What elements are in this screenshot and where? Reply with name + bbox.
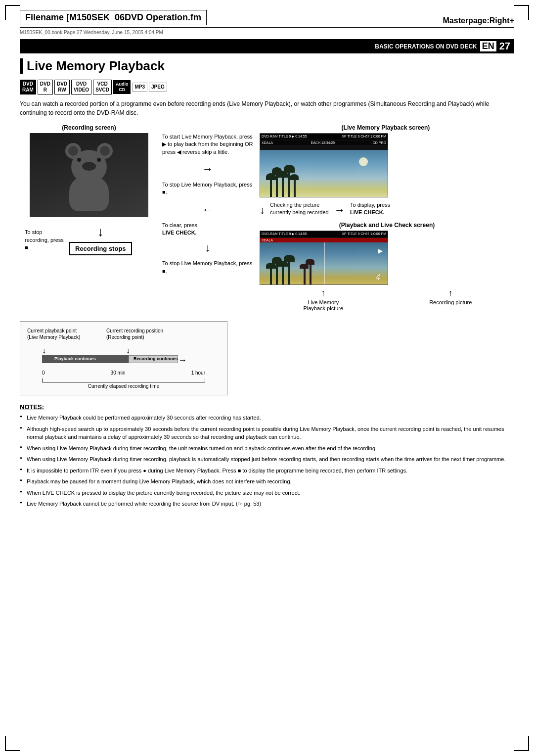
badge-mp3: MP3 [132, 83, 147, 92]
clear-instruction: To clear, press LIVE CHECK. [162, 222, 253, 237]
playback-live-check-screen: DVD-RAM TITLE 9 ▶ 0:14:55 XP TITLE 9 CH6… [260, 231, 388, 285]
playback-hud2: XDALA [260, 238, 388, 242]
live-memory-picture-label: Live Memory Playback picture [296, 299, 351, 311]
subheader-text: M150SEK_00.book Page 27 Wednesday, June … [20, 30, 514, 35]
recording-screen-col: To stop recording, press ■. ↓ Recording … [20, 133, 158, 255]
stop-playback-instruction: To stop Live Memory Playback, press ■. [162, 181, 253, 196]
right-screens-col: DVD-RAM TITLE 9 ▶ 0:14:55 XP TITLE 9 CH6… [257, 133, 514, 311]
playback-tree-silhouettes [270, 260, 312, 284]
en-page-number: EN [480, 41, 496, 51]
live-memory-screen-label: (Live Memory Playback screen) [257, 124, 514, 131]
checking-picture-text: Checking the picture currently being rec… [270, 201, 329, 217]
stop-live-memory-instruction: To stop Live Memory Playback, press ■. [162, 260, 253, 275]
arrow-down-mid: ↓ [162, 240, 253, 256]
display-live-check: To display, press LIVE CHECK. [350, 201, 390, 217]
badge-dvd-video: DVDVIDEO [71, 80, 91, 94]
corner-mark-bl [5, 736, 20, 751]
masterpage-label: Masterpage:Right+ [443, 16, 514, 25]
recording-picture-label: Recording picture [423, 299, 478, 305]
picture-labels-row: ↑ Live Memory Playback picture ↑ Recordi… [260, 288, 514, 311]
arrow-down-recording: ↓ [126, 346, 130, 355]
page-container: Filename [M150SEK_06DVD Operation.fm Mas… [0, 0, 534, 756]
live-check-label-1: LIVE CHECK. [162, 230, 197, 236]
playback-live-check-label: (Playback and Live Check screen) [260, 222, 514, 229]
diagram-container: (Recording screen) (Live Memory Playback… [20, 124, 514, 311]
bracket-label: Currently elapsed recording time [42, 383, 205, 389]
arrow-right-recording: → [178, 355, 187, 366]
arrow-right-check: → [334, 201, 345, 217]
playback-continues: Playback continues [54, 356, 96, 361]
check-picture-row: ↓ Checking the picture currently being r… [260, 201, 514, 217]
timeline-and-notes-top: Current playback point (Live Memory Play… [20, 321, 514, 395]
arrow-right-1: → [162, 162, 253, 177]
corner-mark-tr [514, 5, 529, 20]
page-title-bar: Live Memory Playback [20, 58, 514, 74]
note-item-8: Live Memory Playback cannot be performed… [20, 500, 514, 508]
note-item-5: It is impossible to perform ITR even if … [20, 467, 514, 475]
timeline-section: Current playback point (Live Memory Play… [20, 321, 227, 395]
basic-ops-text: BASIC OPERATIONS ON DVD DECK [375, 43, 477, 50]
playback-hud: DVD-RAM TITLE 9 ▶ 0:14:55 XP TITLE 9 CH6… [260, 231, 388, 237]
format-badges: DVDRAM DVDR DVDRW DVDVIDEO VCDSVCD Audio… [20, 80, 514, 94]
instructions-col: To start Live Memory Playback, press ▶ t… [158, 133, 257, 277]
badge-vcd-svcd: VCDSVCD [93, 80, 112, 94]
badge-jpeg: JPEG [149, 83, 167, 92]
note-item-3: When using Live Memory Playback during t… [20, 444, 514, 453]
arrow-down-playback: ↓ [42, 346, 46, 355]
note-item-7: When LIVE CHECK is pressed to display th… [20, 489, 514, 497]
badge-dvd-rw: DVDRW [54, 80, 70, 94]
note-item-6: Playback may be paused for a moment duri… [20, 477, 514, 486]
timeline-bar: ↓ ↓ Playback continues Recording continu… [27, 346, 220, 371]
label-recording-start: Current recording position (Recording po… [106, 328, 163, 340]
tree-silhouettes [270, 170, 296, 197]
live-memory-hud: DVD-RAM TITLE 9 ▶ 0:14:55 XP TITLE 9 CH6… [260, 134, 388, 140]
badge-audio-cd: AudioCD [113, 80, 131, 94]
note-item-2: Although high-speed search up to approxi… [20, 425, 514, 441]
page-title: Live Memory Playback [27, 58, 165, 74]
stop-recording-instruction: To stop recording, press ■. [25, 229, 64, 251]
basic-ops-bar: BASIC OPERATIONS ON DVD DECK EN 27 [20, 39, 514, 53]
recording-continues: Recording continues [134, 356, 178, 361]
corner-mark-tl [5, 5, 20, 20]
arrow-down-recording: ↓ [97, 225, 104, 238]
live-memory-scene [260, 150, 388, 197]
label-current-playback: Current playback point (Live Memory Play… [27, 328, 80, 340]
badge-dvd-ram: DVDRAM [20, 80, 36, 94]
timeline-bracket-container: Currently elapsed recording time [42, 378, 205, 389]
note-item-4: When using Live Memory Playback during t… [20, 455, 514, 464]
corner-mark-br [514, 736, 529, 751]
badge-dvd-r: DVDR [38, 80, 53, 94]
page-header: Filename [M150SEK_06DVD Operation.fm Mas… [20, 10, 514, 28]
timeline-box: Current playback point (Live Memory Play… [20, 321, 227, 395]
filename-box: Filename [M150SEK_06DVD Operation.fm [20, 10, 207, 25]
live-check-label-2: LIVE CHECK. [350, 209, 385, 215]
live-memory-playback-screen: DVD-RAM TITLE 9 ▶ 0:14:55 XP TITLE 9 CH6… [260, 133, 388, 197]
playback-scene: ▶ [260, 242, 388, 284]
filename-text: Filename [M150SEK_06DVD Operation.fm [25, 12, 201, 22]
live-memory-hud2: XDALA EACH 12:34:25 CD PRG [260, 141, 388, 145]
page-number: 27 [499, 41, 510, 52]
arrow-left-1: ← [162, 202, 253, 218]
start-playback-instruction: To start Live Memory Playback, press ▶ t… [162, 133, 253, 156]
recording-screen-image [30, 133, 148, 217]
arrow-down-from-screen: ↓ [260, 201, 265, 217]
timeline-bracket [42, 378, 205, 382]
notes-title: NOTES: [20, 403, 514, 411]
recording-stops-label: Recording stops [69, 242, 132, 255]
recording-stops-area: To stop recording, press ■. ↓ Recording … [20, 225, 158, 255]
note-item-1: Live Memory Playback could be performed … [20, 414, 514, 422]
notes-section: NOTES: Live Memory Playback could be per… [20, 403, 514, 508]
notes-list: Live Memory Playback could be performed … [20, 414, 514, 508]
play-indicator: ▶ [378, 247, 383, 254]
intro-text: You can watch a recorded portion of a pr… [20, 99, 514, 117]
recording-screen-label: (Recording screen) [20, 124, 158, 131]
